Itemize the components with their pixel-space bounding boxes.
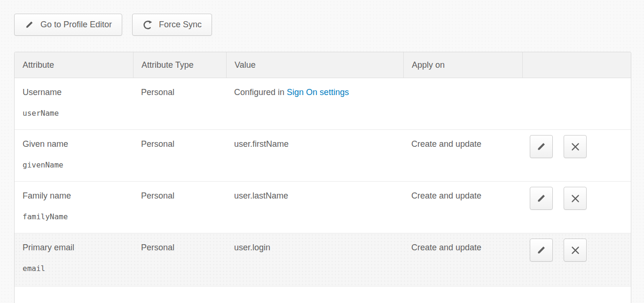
attribute-label: Family name bbox=[23, 191, 126, 201]
table-header-row: Attribute Attribute Type Value Apply on bbox=[15, 52, 631, 78]
attribute-type-cell: Personal bbox=[133, 78, 226, 129]
attribute-label: Primary email bbox=[23, 242, 126, 253]
apply-on-cell: Create and update bbox=[403, 233, 522, 286]
toolbar: Go to Profile Editor Force Sync bbox=[14, 14, 212, 36]
attribute-label: Given name bbox=[23, 139, 126, 150]
column-header-value: Value bbox=[226, 52, 403, 78]
delete-attribute-button[interactable] bbox=[564, 135, 587, 158]
attribute-name: familyName bbox=[23, 211, 126, 222]
x-icon bbox=[570, 142, 581, 152]
attribute-cell: Username userName bbox=[15, 78, 133, 129]
actions-cell bbox=[522, 233, 631, 286]
value-prefix: Configured in bbox=[234, 88, 287, 97]
column-header-apply-on: Apply on bbox=[403, 52, 522, 78]
attribute-name: email bbox=[23, 263, 126, 274]
edit-attribute-button[interactable] bbox=[530, 239, 553, 262]
pencil-icon bbox=[536, 245, 547, 255]
value-cell: user.firstName bbox=[226, 130, 403, 181]
edit-attribute-button[interactable] bbox=[530, 135, 553, 158]
column-header-attribute-type: Attribute Type bbox=[133, 52, 226, 78]
value-cell: Configured in Sign On settings bbox=[226, 78, 403, 129]
pencil-icon bbox=[24, 20, 34, 30]
attribute-cell: Given name givenName bbox=[15, 130, 133, 181]
value-cell: user.login bbox=[226, 233, 403, 286]
apply-on-cell: Create and update bbox=[403, 182, 522, 233]
table-row: Family name familyName Personal user.las… bbox=[15, 182, 631, 233]
delete-attribute-button[interactable] bbox=[564, 239, 587, 262]
pencil-icon bbox=[536, 141, 547, 152]
table-row: Username userName Personal Configured in… bbox=[15, 78, 631, 130]
actions-cell bbox=[522, 182, 631, 233]
column-header-actions bbox=[522, 52, 631, 78]
attribute-type-cell: Personal bbox=[133, 130, 226, 181]
actions-cell bbox=[522, 130, 631, 181]
apply-on-cell: Create and update bbox=[403, 130, 522, 181]
column-header-attribute: Attribute bbox=[15, 52, 133, 78]
force-sync-button[interactable]: Force Sync bbox=[132, 14, 212, 36]
attribute-cell: Family name familyName bbox=[15, 182, 133, 233]
refresh-icon bbox=[142, 20, 153, 30]
force-sync-label: Force Sync bbox=[159, 20, 202, 30]
attribute-type-cell: Personal bbox=[133, 182, 226, 233]
attribute-name: userName bbox=[23, 108, 126, 119]
table-row: Given name givenName Personal user.first… bbox=[15, 130, 631, 182]
delete-attribute-button[interactable] bbox=[564, 187, 587, 210]
attribute-label: Username bbox=[23, 87, 126, 98]
pencil-icon bbox=[536, 193, 547, 204]
x-icon bbox=[570, 245, 581, 255]
attribute-name: givenName bbox=[23, 159, 126, 170]
attribute-mapping-table: Attribute Attribute Type Value Apply on … bbox=[14, 52, 631, 303]
value-cell: user.lastName bbox=[226, 182, 403, 233]
x-icon bbox=[570, 193, 581, 204]
actions-cell bbox=[522, 78, 631, 129]
go-to-profile-editor-label: Go to Profile Editor bbox=[40, 20, 112, 30]
go-to-profile-editor-button[interactable]: Go to Profile Editor bbox=[14, 14, 122, 36]
edit-attribute-button[interactable] bbox=[530, 187, 553, 210]
table-row-partial bbox=[15, 287, 631, 303]
attribute-type-cell: Personal bbox=[133, 233, 226, 286]
sign-on-settings-link[interactable]: Sign On settings bbox=[287, 88, 349, 97]
apply-on-cell bbox=[403, 78, 522, 129]
attribute-cell: Primary email email bbox=[15, 233, 133, 286]
table-row: Primary email email Personal user.login … bbox=[15, 233, 631, 287]
